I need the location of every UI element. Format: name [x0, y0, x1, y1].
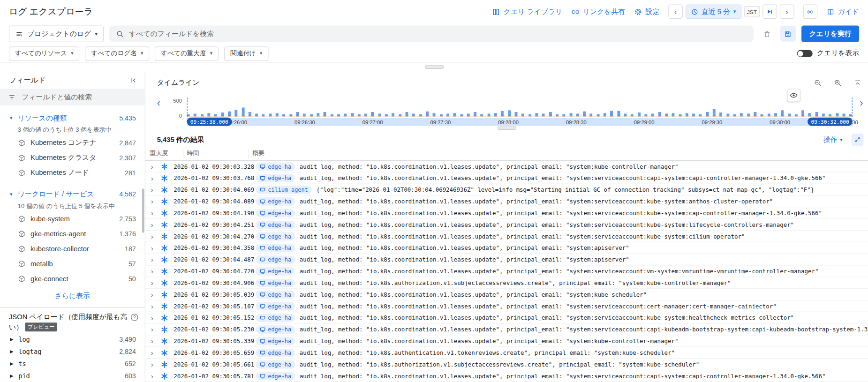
histogram-bar[interactable]: [754, 112, 756, 116]
histogram-bar[interactable]: [774, 113, 777, 116]
log-row[interactable]: ›2026-01-02 09:30:04.270edge-haaudit_log…: [145, 231, 868, 242]
toggle-visibility-button[interactable]: [787, 89, 800, 102]
timeline-axis-band[interactable]: 09:26:0009:26:3009:27:0009:27:3009:28:00…: [187, 118, 853, 126]
column-time[interactable]: 時間: [184, 149, 249, 158]
histogram-bar[interactable]: [638, 112, 641, 116]
histogram-bar[interactable]: [474, 112, 476, 116]
query-search-input[interactable]: [129, 30, 747, 38]
histogram-bar[interactable]: [795, 114, 798, 117]
log-row[interactable]: ›2026-01-02 09:30:05.107edge-haaudit_log…: [145, 300, 868, 312]
histogram-bar[interactable]: [740, 113, 743, 116]
expand-row-icon[interactable]: ›: [151, 360, 160, 368]
histogram-bar[interactable]: [446, 113, 449, 116]
field-value-row[interactable]: gke-connect50: [0, 271, 145, 286]
histogram-bar[interactable]: [371, 112, 374, 116]
histogram-bar[interactable]: [310, 114, 313, 117]
histogram-bar[interactable]: [358, 114, 361, 117]
help-icon[interactable]: ?: [131, 314, 138, 321]
time-back-button[interactable]: ‹: [668, 4, 683, 19]
histogram-bar[interactable]: [733, 114, 736, 117]
log-row[interactable]: ›2026-01-02 09:30:04.906edge-haaudit_log…: [145, 277, 868, 289]
resource-badge[interactable]: edge-ha: [256, 209, 295, 217]
expand-row-icon[interactable]: ›: [151, 197, 160, 205]
timeline-plot[interactable]: [187, 101, 853, 117]
log-row[interactable]: ›2026-01-02 09:30:04.251edge-haaudit_log…: [145, 219, 868, 231]
log-row[interactable]: ›2026-01-02 09:30:04.487edge-haaudit_log…: [145, 254, 868, 266]
histogram-bar[interactable]: [467, 113, 470, 116]
field-value-row[interactable]: Kubernetes クラスタ2,307: [0, 150, 145, 165]
histogram-bar[interactable]: [235, 110, 238, 116]
histogram-bar[interactable]: [679, 114, 681, 117]
log-scope-dropdown[interactable]: プロジェクトのログ ▾: [9, 25, 104, 42]
time-forward-button[interactable]: ›: [779, 4, 794, 19]
section-header[interactable]: ▼ ワークロード / サービス 4,562: [0, 188, 145, 200]
histogram-bar[interactable]: [699, 114, 702, 117]
resource-badge[interactable]: edge-ha: [256, 325, 295, 334]
field-value-row[interactable]: kube-system2,753: [0, 211, 145, 226]
expand-row-icon[interactable]: ›: [151, 372, 160, 380]
histogram-bar[interactable]: [399, 114, 401, 117]
histogram-bar[interactable]: [317, 113, 319, 116]
resource-badge[interactable]: edge-ha: [256, 174, 295, 182]
query-library-button[interactable]: クエリ ライブラリ: [492, 7, 562, 16]
share-link-button[interactable]: リンクを共有: [571, 7, 625, 16]
histogram-bar[interactable]: [508, 110, 511, 116]
resource-badge[interactable]: edge-ha: [256, 314, 295, 322]
section-header[interactable]: ▼ リソースの種類 5,435: [0, 112, 145, 124]
expand-row-icon[interactable]: ›: [151, 244, 160, 252]
histogram-bar[interactable]: [289, 114, 292, 117]
json-field-row[interactable]: ▶pid603: [0, 370, 145, 382]
field-value-row[interactable]: Kubernetes ノード281: [0, 165, 145, 180]
show-query-toggle[interactable]: [797, 50, 812, 57]
log-row[interactable]: ›2026-01-02 09:30:04.358edge-haaudit_log…: [145, 242, 868, 254]
log-row[interactable]: ›2026-01-02 09:30:05.230edge-haaudit_log…: [145, 324, 868, 336]
field-value-row[interactable]: Kubernetes コンテナ2,847: [0, 135, 145, 150]
filter-correlate[interactable]: 関連付け▾: [224, 46, 268, 61]
expand-row-icon[interactable]: ›: [151, 186, 160, 194]
run-query-button[interactable]: クエリを実行: [801, 25, 859, 42]
histogram-bar[interactable]: [419, 114, 422, 117]
expand-row-icon[interactable]: ›: [151, 267, 160, 275]
histogram-bar[interactable]: [439, 114, 442, 117]
clear-query-button[interactable]: [759, 26, 775, 42]
selection-end-badge[interactable]: 09:30:32.000: [808, 118, 853, 126]
histogram-bar[interactable]: [706, 112, 709, 116]
histogram-bar[interactable]: [385, 114, 388, 117]
json-field-row[interactable]: ▶log3,490: [0, 333, 145, 345]
histogram-bar[interactable]: [501, 111, 504, 117]
timeline-resize-handle[interactable]: [497, 127, 516, 130]
fields-search-input[interactable]: [22, 93, 137, 101]
histogram-bar[interactable]: [651, 113, 654, 116]
field-value-row[interactable]: metallb57: [0, 256, 145, 271]
histogram-bar[interactable]: [576, 113, 579, 116]
histogram-bar[interactable]: [406, 112, 408, 116]
histogram-bar[interactable]: [194, 113, 196, 116]
histogram-bar[interactable]: [596, 114, 599, 117]
expand-row-icon[interactable]: ›: [151, 325, 160, 334]
log-row[interactable]: ›2026-01-02 09:30:05.339edge-haaudit_log…: [145, 336, 868, 347]
histogram-bar[interactable]: [563, 114, 566, 117]
histogram-bar[interactable]: [337, 114, 340, 117]
log-row[interactable]: ›2026-01-02 09:30:05.659edge-haaudit_log…: [145, 347, 868, 359]
histogram-bar[interactable]: [324, 112, 326, 116]
histogram-bar[interactable]: [344, 113, 347, 116]
resource-badge[interactable]: edge-ha: [256, 302, 295, 310]
histogram-bar[interactable]: [836, 113, 838, 116]
histogram-bar[interactable]: [487, 113, 490, 116]
resource-badge[interactable]: edge-ha: [256, 348, 295, 357]
histogram-bar[interactable]: [556, 114, 559, 117]
histogram-bar[interactable]: [528, 114, 531, 117]
histogram-bar[interactable]: [351, 113, 354, 116]
expand-row-icon[interactable]: ›: [151, 232, 160, 240]
histogram-bar[interactable]: [713, 109, 716, 116]
histogram-bar[interactable]: [535, 113, 538, 116]
histogram-bar[interactable]: [242, 107, 244, 116]
histogram-bar[interactable]: [249, 112, 251, 116]
stream-logs-button[interactable]: [803, 4, 817, 19]
histogram-bar[interactable]: [276, 113, 279, 116]
histogram-bar[interactable]: [569, 113, 572, 116]
histogram-bar[interactable]: [829, 114, 831, 117]
histogram-bar[interactable]: [801, 110, 804, 116]
log-row[interactable]: ›2026-01-02 09:30:05.781edge-haaudit_log…: [145, 370, 868, 382]
resource-badge[interactable]: edge-ha: [256, 255, 295, 264]
